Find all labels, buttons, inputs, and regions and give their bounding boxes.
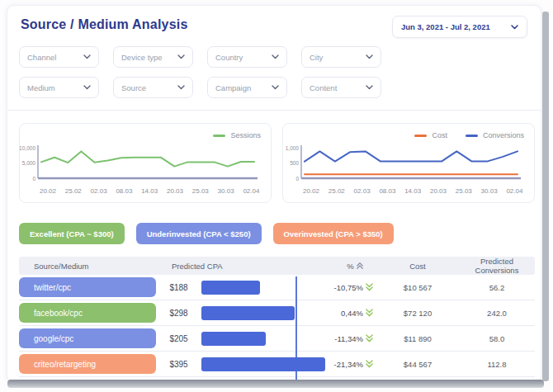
filter-label: Country: [215, 53, 243, 62]
date-range-select[interactable]: Jun 3, 2021 - Jul 2, 2021: [392, 16, 527, 38]
change-percent-value: -11,34%: [334, 334, 363, 343]
filter-medium[interactable]: Medium: [19, 77, 99, 98]
source-medium-cell: twitter/cpc: [19, 277, 156, 297]
chart-card-cost-conversions-trend: CostConversions1,000500020.0225.0202.030…: [282, 123, 535, 203]
legend-item-cost: Cost: [414, 131, 447, 139]
trend-down-icon: [366, 360, 373, 368]
filter-device-type[interactable]: Device type: [113, 46, 193, 68]
svg-text:08.03: 08.03: [379, 187, 396, 195]
predicted-conversions-value: 56.2: [459, 283, 535, 292]
svg-text:25.02: 25.02: [65, 187, 83, 195]
svg-text:10,000: 10,000: [19, 145, 35, 151]
cpa-bar: [201, 281, 260, 295]
svg-text:25.03: 25.03: [456, 187, 473, 195]
predicted-cpa-value: $205: [156, 334, 201, 343]
svg-text:20.02: 20.02: [40, 187, 57, 195]
filter-city[interactable]: City: [301, 46, 381, 68]
svg-text:0: 0: [32, 176, 35, 182]
source-medium-cell: facebook/cpc: [19, 303, 156, 323]
badge-excellent[interactable]: Excellent (CPA ~ $300): [19, 223, 125, 244]
cpa-legend-badges: Excellent (CPA ~ $300)Underinvested (CPA…: [19, 223, 541, 244]
svg-text:20.02: 20.02: [303, 187, 320, 195]
change-percent-value: -10,75%: [334, 283, 363, 292]
source-pill[interactable]: google/cpc: [19, 328, 156, 348]
window-shadow-right: [542, 12, 549, 381]
screenshot-frame: Source / Medium Analysis Jun 3, 2021 - J…: [0, 0, 553, 392]
cpa-bar: [201, 357, 325, 371]
cpa-bar-cell: [201, 306, 333, 320]
chart-card-sessions-trend: Sessions10,0005,000020.0225.0202.0308.03…: [19, 123, 272, 203]
source-medium-cell: criteo/retargeting: [19, 354, 156, 374]
chevron-down-icon: [83, 85, 91, 90]
cpa-bar: [201, 332, 266, 346]
filter-content[interactable]: Content: [301, 77, 381, 98]
svg-text:500: 500: [290, 160, 299, 166]
change-percent-cell: -10,75%: [333, 283, 376, 292]
date-range-value: Jun 3, 2021 - Jul 2, 2021: [401, 22, 490, 31]
svg-text:02.03: 02.03: [91, 187, 108, 195]
chevron-down-icon: [177, 54, 185, 59]
predicted-conversions-value: 242.0: [459, 309, 535, 318]
cost-value: $11 890: [376, 334, 459, 343]
filter-label: Channel: [27, 53, 56, 62]
chart-legend: Sessions: [213, 131, 261, 139]
cpa-bar-cell: [201, 332, 333, 346]
svg-text:02.03: 02.03: [354, 187, 371, 195]
svg-text:25.02: 25.02: [328, 187, 346, 195]
legend-item-sessions: Sessions: [213, 131, 261, 139]
filter-channel[interactable]: Channel: [19, 46, 99, 68]
predicted-cpa-value: $298: [156, 309, 201, 318]
charts-row: Sessions10,0005,000020.0225.0202.0308.03…: [19, 123, 535, 203]
legend-item-conversions: Conversions: [466, 131, 524, 139]
chevron-down-icon: [366, 85, 373, 90]
filter-campaign[interactable]: Campaign: [207, 77, 287, 98]
trend-down-icon: [366, 309, 373, 317]
svg-text:0: 0: [295, 176, 299, 182]
filter-source[interactable]: Source: [113, 77, 193, 98]
badge-overinvested[interactable]: Overinvested (CPA > $350): [273, 223, 394, 244]
filters-bar: ChannelDevice typeCountryCityMediumSourc…: [19, 46, 541, 98]
filter-label: Medium: [27, 83, 55, 92]
change-percent-cell: -21,34%: [333, 360, 376, 369]
change-percent-cell: -11,34%: [333, 334, 376, 343]
source-medium-cell: google/cpc: [19, 328, 156, 348]
legend-swatch-sessions: [213, 135, 225, 137]
predicted-cpa-value: $188: [156, 283, 201, 292]
col-header-predicted-conversions: Predicted Conversions: [459, 257, 535, 275]
col-header-percent[interactable]: %: [333, 262, 376, 271]
cpa-bar-cell: [201, 281, 333, 295]
svg-text:08.03: 08.03: [116, 187, 133, 195]
filter-label: Device type: [121, 53, 163, 62]
source-pill[interactable]: twitter/cpc: [19, 277, 156, 297]
cpa-bar-cell: [201, 357, 333, 371]
col-header-source-medium: Source/Medium: [19, 262, 156, 271]
cost-value: $72 120: [376, 309, 459, 318]
line-chart-sessions-trend: 10,0005,000020.0225.0202.0308.0314.0320.…: [21, 144, 259, 200]
sort-up-icon: [357, 262, 363, 269]
table-row: criteo/retargeting$395-21,34%$44 567112.…: [19, 352, 535, 377]
badge-underinvested[interactable]: Underinvested (CPA < $250): [136, 223, 262, 244]
filter-label: Source: [121, 83, 146, 92]
svg-text:20.03: 20.03: [430, 187, 447, 195]
line-chart-cost-conversions-trend: 1,000500020.0225.0202.0308.0314.0320.032…: [285, 144, 522, 200]
svg-text:30.03: 30.03: [218, 187, 235, 195]
table-row: twitter/cpc$188-10,75%$10 56756.2: [19, 275, 535, 300]
table-header: Source/Medium Predicted CPA % Cost Predi…: [19, 257, 535, 275]
cost-value: $10 567: [376, 283, 459, 292]
source-pill[interactable]: criteo/retargeting: [19, 354, 156, 374]
legend-label: Cost: [432, 131, 447, 139]
svg-text:14.03: 14.03: [404, 187, 422, 195]
table-row: facebook/cpc$2980,44%$72 120242.0: [19, 300, 535, 326]
source-pill[interactable]: facebook/cpc: [19, 303, 156, 323]
page-header: Source / Medium Analysis Jun 3, 2021 - J…: [7, 6, 541, 35]
filter-label: Campaign: [215, 83, 251, 92]
dashboard-window: Source / Medium Analysis Jun 3, 2021 - J…: [7, 5, 541, 383]
change-percent-value: 0,44%: [341, 309, 363, 318]
legend-swatch-conversions: [466, 135, 478, 137]
filter-country[interactable]: Country: [207, 46, 287, 68]
svg-text:25.03: 25.03: [192, 187, 210, 195]
chevron-down-icon: [511, 25, 518, 30]
chevron-down-icon: [177, 85, 185, 90]
svg-text:02.04: 02.04: [243, 187, 260, 195]
svg-text:14.03: 14.03: [141, 187, 158, 195]
